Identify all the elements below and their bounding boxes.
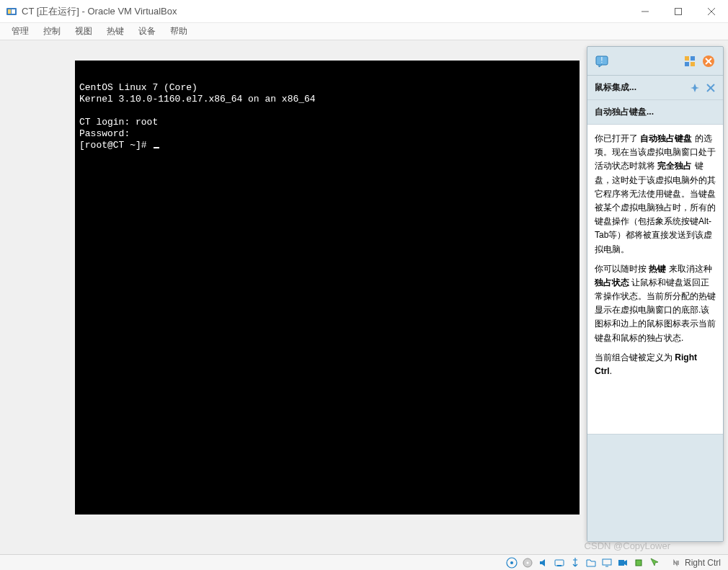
panel-paragraph: 当前组合键被定义为 Right Ctrl. [595,351,716,378]
svg-rect-24 [603,559,611,565]
info-icon[interactable]: ! [595,54,609,68]
panel-close-icon[interactable] [701,54,716,68]
menu-help[interactable]: 帮助 [163,23,195,40]
panel-paragraph: 你可以随时按 热键 来取消这种 独占状态 让鼠标和键盘返回正常操作状态。当前所分… [595,262,716,345]
panel-row-keyboard-capture[interactable]: 自动独占键盘... [587,100,723,125]
svg-rect-23 [557,565,561,566]
dismiss-icon[interactable] [706,83,716,93]
panel-row-label: 自动独占键盘... [595,106,654,118]
panel-gap [587,435,723,541]
svg-rect-9 [685,56,689,61]
terminal-line: CentOS Linux 7 (Core) [79,82,197,93]
svg-rect-22 [555,560,564,566]
processor-icon[interactable] [633,557,644,569]
panel-row-mouse-integration[interactable]: 鼠标集成... [587,76,723,100]
svg-rect-12 [691,62,695,66]
panel-row-label: 鼠标集成... [595,81,636,94]
window-title: CT [正在运行] - Oracle VM VirtualBox [22,5,177,18]
svg-point-21 [526,561,528,564]
workspace: CentOS Linux 7 (Core) Kernel 3.10.0-1160… [0,40,728,554]
svg-point-19 [510,561,513,564]
statusbar: Right Ctrl [0,554,728,570]
menubar: 管理 控制 视图 热键 设备 帮助 [0,23,728,40]
menu-control[interactable]: 控制 [36,23,68,40]
minimize-button[interactable] [629,0,662,23]
usb-icon[interactable] [569,557,581,569]
svg-rect-26 [618,560,624,566]
svg-rect-1 [8,9,11,14]
panel-settings-icon[interactable] [683,54,697,68]
panel-toolbar: ! [587,47,723,76]
terminal-line: Password: [79,128,130,139]
host-key-label: Right Ctrl [685,558,721,568]
harddisk-icon[interactable] [506,557,518,569]
menu-view[interactable]: 视图 [68,23,99,40]
panel-paragraph: 你已打开了 自动独占键盘 的选项。现在当该虚拟电脑窗口处于活动状态时就将 完全独… [595,132,716,257]
terminal-line: Kernel 3.10.0-1160.el7.x86_64 on an x86_… [79,94,316,104]
optical-icon[interactable] [522,557,533,569]
display-icon[interactable] [601,557,613,569]
vm-screen[interactable]: CentOS Linux 7 (Core) Kernel 3.10.0-1160… [75,61,580,515]
app-icon [6,6,17,17]
terminal-cursor [154,147,159,148]
notification-panel: ! 鼠标集成... 自动独占键盘... [587,46,724,542]
audio-icon[interactable] [538,557,549,569]
svg-rect-4 [675,8,682,14]
svg-text:!: ! [601,56,603,64]
close-button[interactable] [695,0,728,23]
terminal-prompt: [root@CT ~]# [79,140,152,151]
svg-rect-2 [12,9,15,14]
shared-folder-icon[interactable] [585,557,597,569]
network-icon[interactable] [554,557,565,569]
svg-rect-10 [691,56,695,61]
maximize-button[interactable] [662,0,695,23]
menu-devices[interactable]: 设备 [131,23,163,40]
terminal-line: CT login: root [79,117,158,128]
panel-body: 你已打开了 自动独占键盘 的选项。现在当该虚拟电脑窗口处于活动状态时就将 完全独… [587,125,723,435]
window-titlebar: CT [正在运行] - Oracle VM VirtualBox [0,0,728,23]
pin-icon[interactable] [690,83,700,93]
menu-hotkey[interactable]: 热键 [99,23,131,40]
svg-rect-27 [636,560,642,566]
svg-rect-11 [685,62,689,66]
host-key-indicator[interactable]: Right Ctrl [672,558,721,568]
recording-icon[interactable] [617,557,629,569]
menu-manage[interactable]: 管理 [4,23,36,40]
window-controls [629,0,728,23]
mouse-status-icon[interactable] [649,557,660,569]
